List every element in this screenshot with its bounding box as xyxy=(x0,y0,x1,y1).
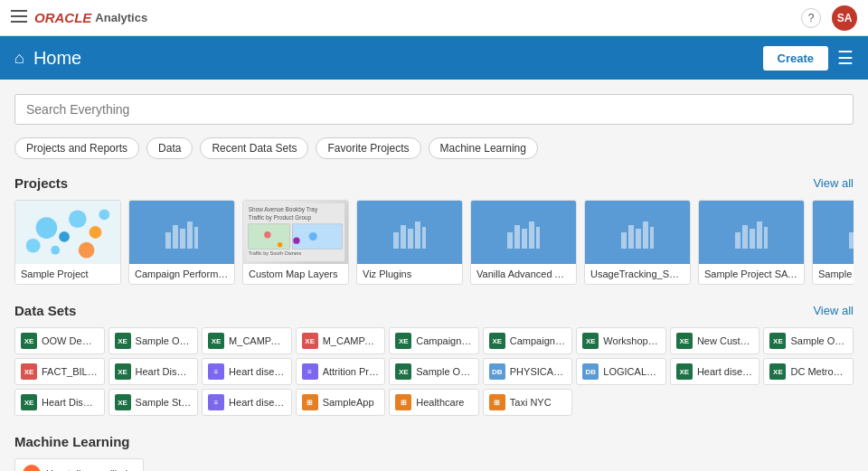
dataset-item[interactable]: XE M_CAMPAIGN_AC... xyxy=(296,327,386,354)
dataset-item[interactable]: XE Heart disease likel... xyxy=(670,358,760,385)
ml-section: Machine Learning ◈ Heart disease likel..… xyxy=(14,434,854,471)
ml-grid: ◈ Heart disease likel... xyxy=(14,458,854,471)
dataset-item[interactable]: XE OOW Demo Booth... xyxy=(14,327,105,354)
excel-icon: XE xyxy=(489,333,505,349)
filter-chip-recent-datasets[interactable]: Recent Data Sets xyxy=(200,137,308,159)
dataset-item[interactable]: ≡ Heart disease likel... xyxy=(202,389,292,416)
project-card[interactable]: Sample Project DB Based xyxy=(812,200,854,285)
dataset-name: M_CAMPAIGN_AC... xyxy=(323,335,380,346)
excel-icon: XE xyxy=(21,394,37,410)
svg-rect-20 xyxy=(292,224,342,249)
home-icon: ⌂ xyxy=(14,49,24,68)
csv-icon: XE xyxy=(21,363,37,380)
project-name: Vanilla Advanced Analytics xyxy=(471,264,576,284)
hamburger-icon[interactable] xyxy=(11,10,27,25)
dataset-name: Attrition Predicted ... xyxy=(323,366,380,377)
dataset-name: Heart disease likel... xyxy=(697,366,754,377)
project-name: Custom Map Layers xyxy=(243,264,348,284)
datasets-view-all[interactable]: View all xyxy=(813,304,854,317)
svg-point-25 xyxy=(293,237,299,243)
kebab-menu-icon[interactable]: ☰ xyxy=(837,47,854,69)
app-icon: ⊞ xyxy=(489,394,505,410)
main-content: Projects and ReportsDataRecent Data Sets… xyxy=(0,80,868,471)
dataset-item[interactable]: XE New Customers Pr... xyxy=(670,327,760,354)
svg-rect-45 xyxy=(764,227,768,249)
dataset-item[interactable]: ⊞ SampleApp xyxy=(296,389,386,416)
dataset-item[interactable]: ≡ Attrition Predicted ... xyxy=(296,358,386,385)
project-card[interactable]: Campaign Performance ... xyxy=(128,200,235,285)
app-icon: ⊞ xyxy=(302,394,318,410)
top-nav: ORACLE Analytics ? SA xyxy=(0,0,868,36)
dataset-item[interactable]: XE Campaign Activity xyxy=(483,327,573,354)
dataset-item[interactable]: XE Campaign Revenue xyxy=(389,327,479,354)
svg-rect-15 xyxy=(194,227,198,249)
svg-point-5 xyxy=(59,231,70,242)
csv-icon: XE xyxy=(302,333,318,349)
dataset-name: Sample States xyxy=(136,397,193,408)
svg-point-22 xyxy=(309,232,317,240)
ml-title: Machine Learning xyxy=(14,434,130,449)
dataset-item[interactable]: XE Heart Disease likel... xyxy=(108,358,199,385)
filter-chip-favorite-projects[interactable]: Favorite Projects xyxy=(316,137,420,159)
project-card[interactable]: UsageTracking_Sample xyxy=(584,200,691,285)
filter-chip-machine-learning[interactable]: Machine Learning xyxy=(429,137,538,159)
dataset-item[interactable]: DB PHYSICALQUERIE... xyxy=(483,358,573,385)
dataset-item[interactable]: XE Sample Order Lines xyxy=(763,327,854,354)
project-card[interactable]: Show Avenue Bookby Tray Traffic by Produ… xyxy=(242,200,349,285)
dataset-item[interactable]: XE FACT_BILL_REV_S... xyxy=(14,358,105,385)
dataset-item[interactable]: XE Heart Disease likel... xyxy=(14,389,105,416)
dataset-item[interactable]: ⊞ Taxi NYC xyxy=(483,389,573,416)
file-icon: ≡ xyxy=(208,394,224,410)
file-icon: ≡ xyxy=(302,363,318,380)
datasets-title: Data Sets xyxy=(14,303,76,318)
app-icon: ⊞ xyxy=(395,394,411,410)
svg-text:Traffic by Product Group: Traffic by Product Group xyxy=(249,214,312,221)
project-card[interactable]: Sample Project SA Based xyxy=(698,200,805,285)
filter-chip-projects-reports[interactable]: Projects and Reports xyxy=(14,137,139,159)
dataset-item[interactable]: XE Sample States xyxy=(108,389,199,416)
create-button[interactable]: Create xyxy=(763,46,828,71)
dataset-item[interactable]: ≡ Heart disease likel... xyxy=(202,358,292,385)
excel-icon: XE xyxy=(676,363,693,380)
filter-chip-data[interactable]: Data xyxy=(146,137,193,159)
ml-item[interactable]: ◈ Heart disease likel... xyxy=(14,458,144,471)
help-icon[interactable]: ? xyxy=(801,8,821,28)
dataset-item[interactable]: XE Sample Orders R E... xyxy=(108,327,199,354)
excel-icon: XE xyxy=(115,394,131,410)
project-card[interactable]: Viz Plugins xyxy=(356,200,463,285)
help-label: ? xyxy=(808,12,815,24)
dataset-item[interactable]: ⊞ Healthcare xyxy=(389,389,479,416)
svg-rect-40 xyxy=(650,227,654,249)
dataset-item[interactable]: XE DC MetroStationsL... xyxy=(763,358,854,385)
search-input[interactable] xyxy=(14,94,854,125)
projects-view-all[interactable]: View all xyxy=(813,176,854,190)
dataset-name: OOW Demo Booth... xyxy=(42,335,99,346)
dataset-name: Sample Order Lines xyxy=(790,335,847,346)
project-thumbnail xyxy=(471,201,576,264)
dataset-item[interactable]: XE Sample Orders R E... xyxy=(389,358,479,385)
svg-rect-1 xyxy=(11,15,27,17)
svg-rect-46 xyxy=(849,232,854,249)
svg-rect-31 xyxy=(507,232,513,249)
dataset-item[interactable]: XE Workshop List Aug... xyxy=(576,327,666,354)
user-avatar[interactable]: SA xyxy=(832,5,857,31)
dataset-item[interactable]: XE M_CAMPAIGN_RE... xyxy=(202,327,292,354)
project-card[interactable]: Vanilla Advanced Analytics xyxy=(470,200,577,285)
svg-point-24 xyxy=(278,242,282,247)
dataset-item[interactable]: DB LOGICALQUERIES... xyxy=(576,358,666,385)
svg-rect-29 xyxy=(415,221,420,249)
header-right: Create ☰ xyxy=(763,46,854,71)
svg-point-4 xyxy=(36,217,58,239)
excel-icon: XE xyxy=(395,363,411,380)
dataset-name: Healthcare xyxy=(416,397,464,408)
dataset-name: Workshop List Aug... xyxy=(603,335,660,346)
db-icon: DB xyxy=(489,363,505,380)
svg-point-8 xyxy=(51,246,60,255)
excel-icon: XE xyxy=(676,333,693,349)
ml-model-icon: ◈ xyxy=(23,465,41,471)
svg-rect-37 xyxy=(628,225,634,249)
dataset-name: Heart disease likel... xyxy=(229,366,286,377)
dataset-name: DC MetroStationsL... xyxy=(790,366,847,377)
project-name: Sample Project DB Based xyxy=(813,264,854,284)
project-card[interactable]: Sample Project xyxy=(14,200,121,285)
